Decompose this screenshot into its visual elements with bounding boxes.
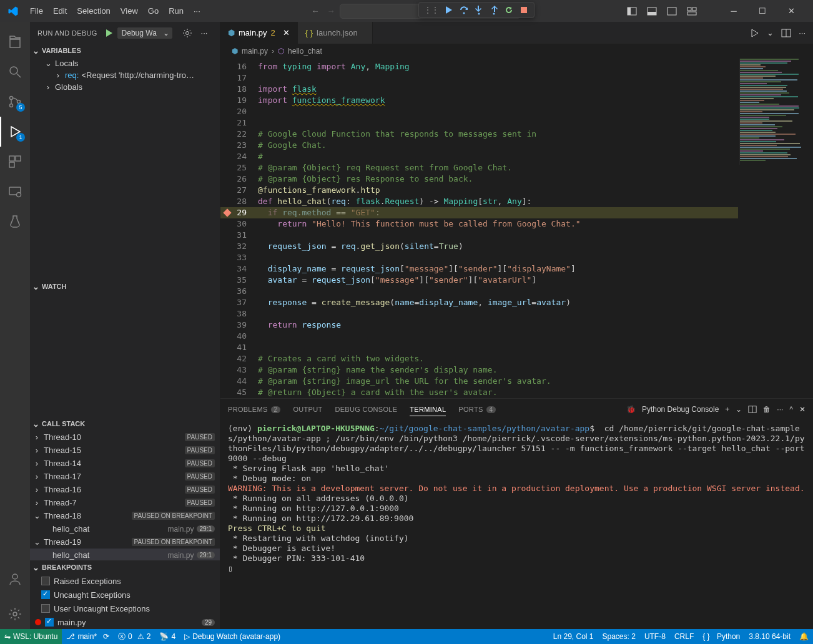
section-callstack-header[interactable]: ⌄CALL STACK bbox=[30, 417, 220, 431]
section-variables-header[interactable]: ⌄VARIABLES bbox=[30, 44, 220, 57]
run-editor-icon[interactable] bbox=[749, 28, 759, 38]
status-remote[interactable]: ⇋WSL: Ubuntu bbox=[0, 629, 62, 644]
gear-icon[interactable] bbox=[182, 28, 192, 38]
split-editor-icon[interactable] bbox=[781, 28, 791, 38]
activity-remote[interactable] bbox=[0, 177, 30, 207]
trash-icon[interactable]: 🗑 bbox=[763, 405, 771, 414]
panel-tab-debug-console[interactable]: DEBUG CONSOLE bbox=[335, 403, 397, 416]
debug-config-dropdown[interactable]: Debug Wa⌄ bbox=[117, 27, 172, 39]
layout-left-icon[interactable] bbox=[627, 6, 637, 16]
layout-right-icon[interactable] bbox=[667, 6, 677, 16]
bp-file[interactable]: main.py29 bbox=[30, 615, 220, 629]
layout-custom-icon[interactable] bbox=[687, 6, 697, 16]
chevron-down-icon[interactable]: ⌄ bbox=[767, 28, 774, 37]
menu-file[interactable]: File bbox=[25, 4, 48, 18]
callstack-frame[interactable]: hello_chatmain.py29:1 bbox=[30, 549, 220, 560]
panel-tab-ports[interactable]: PORTS4 bbox=[458, 403, 496, 416]
callstack-thread[interactable]: ›Thread-7PAUSED bbox=[30, 496, 220, 509]
status-lang[interactable]: { } Python bbox=[698, 632, 744, 641]
terminal-content[interactable]: (env) pierrick@LAPTOP-HKU5PNNG:~/git/goo… bbox=[220, 420, 813, 629]
callstack-thread[interactable]: ⌄Thread-18PAUSED ON BREAKPOINT bbox=[30, 509, 220, 522]
menu-edit[interactable]: Edit bbox=[48, 4, 72, 18]
checkbox-checked-icon[interactable] bbox=[45, 618, 54, 627]
chevron-down-icon[interactable]: ⌄ bbox=[736, 405, 742, 414]
sidebar-more-icon[interactable]: ··· bbox=[201, 28, 208, 37]
callstack-frame[interactable]: hello_chatmain.py29:1 bbox=[30, 522, 220, 535]
status-debug[interactable]: ▷Debug Watch (avatar-app) bbox=[180, 629, 285, 644]
scope-locals[interactable]: ⌄Locals bbox=[30, 57, 220, 69]
menu-go[interactable]: Go bbox=[143, 4, 164, 18]
menu-overflow-icon[interactable]: ··· bbox=[189, 4, 205, 18]
svg-rect-3 bbox=[521, 7, 527, 13]
layout-bottom-icon[interactable] bbox=[647, 6, 657, 16]
maximize-button[interactable]: ☐ bbox=[748, 0, 777, 22]
command-center[interactable]: ⋮⋮ tu] bbox=[340, 4, 521, 19]
callstack-thread[interactable]: ›Thread-16PAUSED bbox=[30, 483, 220, 496]
status-eol[interactable]: CRLF bbox=[670, 632, 698, 641]
continue-icon[interactable] bbox=[444, 5, 454, 15]
scope-globals[interactable]: ›Globals bbox=[30, 81, 220, 93]
checkbox-checked-icon[interactable] bbox=[41, 590, 50, 599]
breadcrumbs[interactable]: ⬢ main.py › ⬡ hello_chat bbox=[220, 44, 813, 59]
activity-testing[interactable] bbox=[0, 207, 30, 237]
editor-tab[interactable]: ⬢main.py2✕ bbox=[220, 22, 298, 44]
activity-debug[interactable]: 1 bbox=[0, 117, 30, 147]
checkbox-icon[interactable] bbox=[41, 604, 50, 613]
bp-uncaught[interactable]: Uncaught Exceptions bbox=[30, 588, 220, 602]
status-interpreter[interactable]: 3.8.10 64-bit bbox=[744, 632, 795, 641]
restart-icon[interactable] bbox=[504, 5, 514, 15]
variable-req[interactable]: › req: <Request 'http://charming-tro… bbox=[30, 69, 220, 81]
code-editor[interactable]: 1617181920212223242526272829303132333435… bbox=[220, 59, 813, 398]
status-lncol[interactable]: Ln 29, Col 1 bbox=[549, 632, 598, 641]
nav-forward-icon[interactable]: → bbox=[327, 6, 335, 16]
section-watch-header[interactable]: ⌄WATCH bbox=[30, 280, 220, 293]
panel-tab-output[interactable]: OUTPUT bbox=[293, 403, 322, 416]
close-panel-icon[interactable]: ✕ bbox=[799, 405, 806, 414]
menu-run[interactable]: Run bbox=[164, 4, 189, 18]
panel-tab-problems[interactable]: PROBLEMS2 bbox=[228, 403, 280, 416]
status-ports[interactable]: 📡4 bbox=[155, 629, 180, 644]
step-into-icon[interactable] bbox=[474, 5, 484, 15]
sync-icon[interactable]: ⟳ bbox=[103, 632, 109, 641]
callstack-thread[interactable]: ›Thread-17PAUSED bbox=[30, 470, 220, 483]
step-over-icon[interactable] bbox=[459, 5, 469, 15]
status-branch[interactable]: ⎇main*⟳ bbox=[62, 629, 114, 644]
editor-tab[interactable]: { }launch.json bbox=[298, 22, 373, 44]
section-breakpoints-header[interactable]: ⌄BREAKPOINTS bbox=[30, 560, 220, 574]
close-tab-icon[interactable]: ✕ bbox=[283, 28, 290, 37]
menu-view[interactable]: View bbox=[116, 4, 143, 18]
activity-extensions[interactable] bbox=[0, 147, 30, 177]
step-out-icon[interactable] bbox=[489, 5, 499, 15]
callstack-thread[interactable]: ›Thread-10PAUSED bbox=[30, 431, 220, 444]
nav-back-icon[interactable]: ← bbox=[311, 6, 319, 16]
status-problems[interactable]: ⓧ0⚠2 bbox=[114, 629, 155, 644]
start-debug-icon[interactable] bbox=[104, 28, 114, 38]
menu-selection[interactable]: Selection bbox=[72, 4, 115, 18]
add-terminal-icon[interactable]: + bbox=[725, 405, 729, 414]
callstack-thread[interactable]: ›Thread-15PAUSED bbox=[30, 444, 220, 457]
activity-account[interactable] bbox=[0, 564, 30, 594]
minimap[interactable] bbox=[739, 59, 808, 165]
split-terminal-icon[interactable] bbox=[748, 405, 757, 414]
minimize-button[interactable]: ─ bbox=[719, 0, 748, 22]
editor-more-icon[interactable]: ··· bbox=[799, 28, 806, 37]
activity-settings[interactable] bbox=[0, 599, 30, 629]
checkbox-icon[interactable] bbox=[41, 577, 50, 585]
callstack-thread[interactable]: ⌄Thread-19PAUSED ON BREAKPOINT bbox=[30, 535, 220, 549]
terminal-label[interactable]: Python Debug Console bbox=[642, 405, 719, 414]
stop-icon[interactable] bbox=[519, 5, 529, 15]
close-window-button[interactable]: ✕ bbox=[777, 0, 806, 22]
status-bell-icon[interactable]: 🔔 bbox=[795, 632, 813, 641]
status-encoding[interactable]: UTF-8 bbox=[640, 632, 670, 641]
status-spaces[interactable]: Spaces: 2 bbox=[598, 632, 640, 641]
panel-tab-terminal[interactable]: TERMINAL bbox=[410, 403, 446, 416]
activity-search[interactable] bbox=[0, 57, 30, 87]
activity-scm[interactable]: 5 bbox=[0, 87, 30, 117]
panel-more-icon[interactable]: ··· bbox=[777, 405, 783, 414]
activity-explorer[interactable] bbox=[0, 27, 30, 57]
maximize-panel-icon[interactable]: ^ bbox=[789, 405, 793, 414]
drag-handle-icon[interactable]: ⋮⋮ bbox=[424, 6, 439, 14]
callstack-thread[interactable]: ›Thread-14PAUSED bbox=[30, 457, 220, 470]
bp-raised[interactable]: Raised Exceptions bbox=[30, 574, 220, 588]
bp-user-uncaught[interactable]: User Uncaught Exceptions bbox=[30, 602, 220, 615]
